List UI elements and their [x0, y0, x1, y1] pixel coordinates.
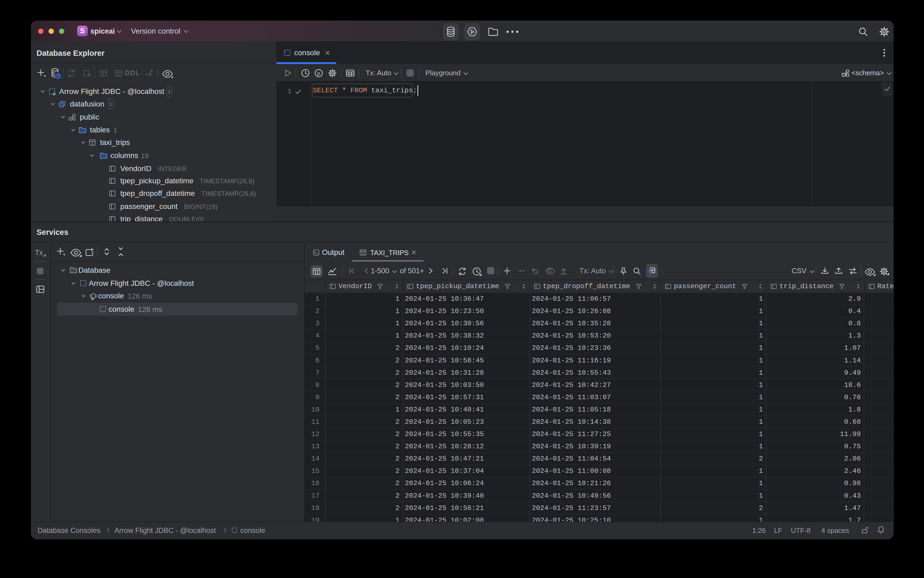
svg-text:p: p [318, 71, 320, 76]
